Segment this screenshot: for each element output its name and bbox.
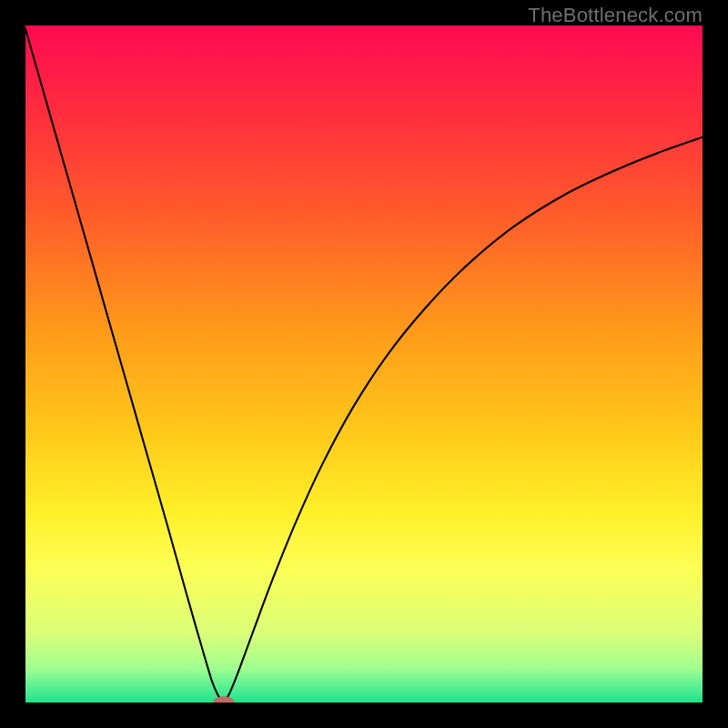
plot-area bbox=[25, 25, 703, 703]
watermark-text: TheBottleneck.com bbox=[528, 4, 703, 27]
chart-frame: TheBottleneck.com bbox=[0, 0, 728, 728]
minimum-marker bbox=[25, 25, 703, 703]
svg-point-1 bbox=[213, 696, 235, 703]
